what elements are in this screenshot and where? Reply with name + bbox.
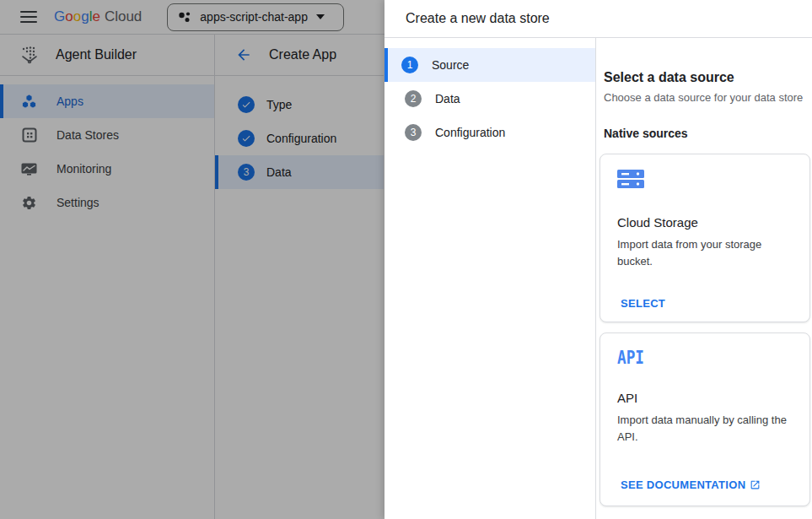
step-number-badge: 3 <box>238 164 255 181</box>
sidebar-item-label: Data Stores <box>56 128 119 142</box>
sidebar-item-label: Settings <box>56 196 99 209</box>
select-button-label: SELECT <box>621 297 665 310</box>
create-app-steps: Type Configuration 3 Data <box>215 76 384 189</box>
dialog-header: Create a new data store <box>384 0 812 38</box>
agent-builder-header: Agent Builder <box>0 35 214 76</box>
step-data[interactable]: 3 Data <box>215 155 384 189</box>
project-icon <box>178 10 191 24</box>
screen: GoogleCloud apps-script-chat-app <box>0 0 812 519</box>
cloud-logo-text: Cloud <box>105 8 142 25</box>
gear-icon <box>21 195 37 211</box>
agent-builder-nav: Agent Builder <box>0 35 215 519</box>
create-app-panel: Create App Type Configuration <box>215 35 384 519</box>
see-documentation-label: SEE DOCUMENTATION <box>621 478 745 491</box>
check-icon <box>238 130 255 147</box>
menu-icon[interactable] <box>20 8 37 25</box>
top-bar: GoogleCloud apps-script-chat-app <box>0 0 384 35</box>
agent-builder-icon <box>20 46 39 64</box>
cubes-icon <box>21 94 37 110</box>
step-label: Data <box>266 165 292 179</box>
sidebar-item-data-stores[interactable]: Data Stores <box>0 118 214 152</box>
sidebar-item-settings[interactable]: Settings <box>0 186 214 219</box>
data-stores-icon <box>21 127 37 143</box>
card-description: Import data from your storage bucket. <box>617 236 796 270</box>
agent-builder-title: Agent Builder <box>56 47 137 62</box>
api-card: API API Import data manually by calling … <box>600 332 810 506</box>
native-sources-label: Native sources <box>604 127 810 140</box>
back-arrow-icon[interactable] <box>234 45 254 65</box>
left-panels: Agent Builder <box>0 35 384 519</box>
sidebar-item-monitoring[interactable]: Monitoring <box>0 152 214 186</box>
api-icon: API <box>617 348 796 368</box>
google-logo-wordmark: Google <box>54 8 100 25</box>
data-store-steps: 1 Source 2 Data 3 Configuration <box>384 38 596 519</box>
dialog-title: Create a new data store <box>406 11 550 26</box>
step-label: Source <box>432 58 469 72</box>
svg-text:API: API <box>617 349 644 367</box>
sidebar-item-label: Apps <box>56 95 83 108</box>
data-source-content: Select a data source Choose a data sourc… <box>596 38 812 519</box>
google-cloud-logo: GoogleCloud <box>54 8 142 25</box>
create-data-store-dialog: Create a new data store 1 Source 2 Data … <box>384 0 812 519</box>
step-number-badge: 1 <box>401 57 418 73</box>
monitoring-icon <box>21 161 37 177</box>
card-title: Cloud Storage <box>617 215 796 230</box>
sidebar-item-label: Monitoring <box>56 162 111 176</box>
step-label: Configuration <box>266 132 336 145</box>
see-documentation-link[interactable]: SEE DOCUMENTATION <box>621 478 761 491</box>
check-icon <box>238 96 255 113</box>
select-button[interactable]: SELECT <box>621 297 665 310</box>
card-title: API <box>617 391 796 405</box>
step-configuration[interactable]: 3 Configuration <box>384 116 595 149</box>
chevron-down-icon <box>316 14 325 19</box>
step-type[interactable]: Type <box>215 88 384 122</box>
cloud-storage-icon <box>617 169 796 189</box>
step-label: Type <box>266 98 292 111</box>
project-selector[interactable]: apps-script-chat-app <box>167 3 344 31</box>
project-name: apps-script-chat-app <box>200 10 308 24</box>
create-app-title: Create App <box>269 47 336 62</box>
agent-nav-list: Apps Data Stores <box>0 76 214 219</box>
create-app-header: Create App <box>215 35 384 76</box>
step-label: Configuration <box>435 126 505 139</box>
step-number-badge: 2 <box>405 90 422 107</box>
dialog-body: 1 Source 2 Data 3 Configuration Select a… <box>384 38 812 519</box>
step-source[interactable]: 1 Source <box>384 48 595 82</box>
external-link-icon <box>750 479 761 490</box>
cloud-storage-card: Cloud Storage Import data from your stor… <box>600 154 810 322</box>
step-label: Data <box>435 92 460 105</box>
page-title: Select a data source <box>604 70 810 85</box>
sidebar-item-apps[interactable]: Apps <box>0 84 214 118</box>
page-subtitle: Choose a data source for your data store <box>604 91 810 104</box>
card-description: Import data manually by calling the API. <box>617 412 796 446</box>
step-number-badge: 3 <box>405 124 422 141</box>
background-app-region: GoogleCloud apps-script-chat-app <box>0 0 384 519</box>
step-configuration[interactable]: Configuration <box>215 122 384 155</box>
step-data[interactable]: 2 Data <box>384 82 595 116</box>
